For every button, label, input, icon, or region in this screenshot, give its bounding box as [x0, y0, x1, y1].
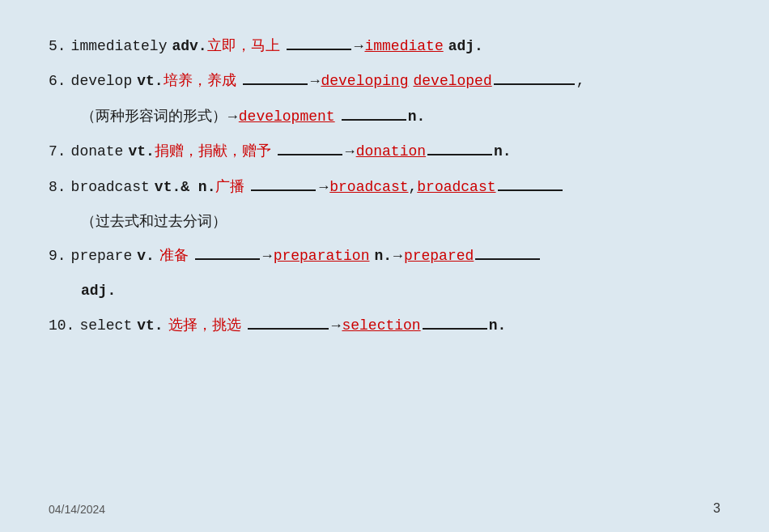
- line-number-10: 10.: [49, 313, 74, 338]
- answer-donation: donation: [356, 138, 426, 164]
- page-content: 5. immediately adv. 立即，马上 → immediate ad…: [0, 0, 769, 380]
- line-10: 10. select vt. 选择，挑选 → selection n.: [49, 312, 720, 338]
- pos-adj-9: adj: [81, 278, 107, 304]
- pos-vt-6: vt.: [137, 68, 163, 94]
- word-immediately: immediately: [71, 33, 168, 59]
- blank-7-2: [427, 154, 492, 155]
- word-prepare: prepare: [71, 243, 133, 269]
- line-number-9: 9.: [49, 243, 66, 269]
- line-8: 8. broadcast vt.& n. 广播 → broadcast , br…: [49, 173, 720, 200]
- blank-6-1: [243, 83, 308, 85]
- blank-7-1: [278, 154, 342, 155]
- word-select: select: [79, 313, 132, 338]
- arrow-5: →: [355, 33, 363, 59]
- pos-adv-5: adv.: [172, 33, 206, 59]
- word-donate: donate: [71, 138, 124, 164]
- line-number-5: 5.: [49, 33, 66, 59]
- line-8-cont: （过去式和过去分词）: [49, 208, 720, 234]
- answer-preparation: preparation: [274, 243, 370, 269]
- answer-developed: developed: [413, 68, 491, 94]
- pos-vt-7: vt.: [128, 138, 154, 164]
- blank-6-2: [494, 83, 575, 85]
- footer-date: 04/14/2024: [49, 503, 105, 516]
- page-number: 3: [713, 501, 720, 516]
- line-7: 7. donate vt. 捐赠，捐献，赠予 → donation n.: [49, 138, 720, 164]
- paren-8: （过去式和过去分词）: [81, 208, 227, 234]
- line-9-cont: adj.: [49, 278, 720, 304]
- line-number-8: 8.: [49, 174, 66, 200]
- line-number-6: 6.: [49, 68, 66, 94]
- answer-selection: selection: [342, 313, 420, 338]
- blank-9-3: [475, 258, 540, 260]
- answer-developing: developing: [321, 68, 408, 94]
- word-develop: develop: [71, 68, 133, 94]
- chinese-10: 选择，挑选: [168, 312, 241, 338]
- blank-6-3: [342, 119, 406, 121]
- pos-vtn-8: vt.& n.: [155, 174, 216, 200]
- line-5: 5. immediately adv. 立即，马上 → immediate ad…: [49, 32, 720, 59]
- line-9: 9. prepare v. 准备 → preparation n. → prep…: [49, 242, 720, 269]
- line-6-cont: （两种形容词的形式） → development n.: [49, 103, 720, 130]
- paren-6: （两种形容词的形式）: [81, 103, 227, 129]
- blank-10-2: [423, 328, 487, 330]
- blank-9-1: [195, 258, 260, 260]
- chinese-7: 捐赠，捐献，赠予: [155, 138, 271, 164]
- pos-v-9: v.: [137, 243, 155, 269]
- pos-adj-5: adj: [448, 33, 474, 59]
- pos-vt-10: vt: [137, 313, 155, 338]
- blank-8-1: [251, 189, 316, 191]
- blank-10-1: [248, 328, 329, 330]
- line-number-7: 7.: [49, 138, 66, 164]
- chinese-8: 广播: [215, 173, 244, 199]
- chinese-9: 准备: [159, 242, 189, 268]
- answer-immediate: immediate: [364, 33, 443, 59]
- chinese-5: 立即，马上: [207, 32, 280, 58]
- answer-prepared: prepared: [404, 243, 474, 269]
- line-6: 6. develop vt. 培养，养成 → developing develo…: [49, 67, 720, 94]
- blank-8-2: [498, 189, 563, 191]
- word-broadcast: broadcast: [71, 174, 150, 200]
- answer-development: development: [239, 104, 335, 130]
- blank-5-1: [287, 49, 351, 50]
- answer-broadcast1: broadcast: [329, 174, 408, 200]
- answer-broadcast2: broadcast: [417, 174, 495, 200]
- chinese-6: 培养，养成: [164, 67, 236, 93]
